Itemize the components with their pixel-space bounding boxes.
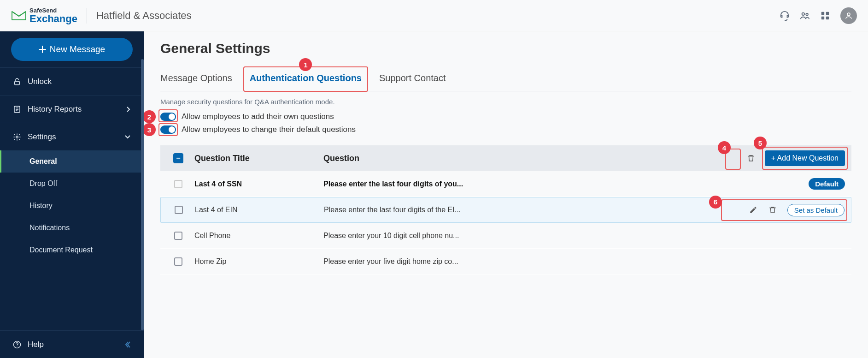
collapse-icon[interactable] bbox=[123, 341, 131, 348]
toggle-add-own-label: Allow employees to add their own questio… bbox=[182, 112, 334, 121]
help-icon bbox=[13, 340, 21, 349]
questions-table: − Question Title Question 4 5 + Add New … bbox=[160, 145, 851, 274]
svg-point-1 bbox=[806, 13, 808, 15]
headset-icon[interactable] bbox=[780, 11, 790, 21]
toggle-change-default-questions[interactable] bbox=[160, 125, 176, 134]
table-header: − Question Title Question 4 5 + Add New … bbox=[160, 145, 851, 171]
people-icon[interactable] bbox=[800, 11, 810, 21]
callout-badge-3: 3 bbox=[144, 123, 156, 136]
sidebar-sub-general[interactable]: General bbox=[0, 150, 144, 173]
sidebar-item-unlock[interactable]: Unlock bbox=[0, 67, 144, 95]
vertical-divider bbox=[87, 8, 87, 24]
row-checkbox[interactable] bbox=[175, 206, 183, 214]
sidebar-item-help[interactable]: Help bbox=[0, 330, 144, 358]
cell-question: Please enter the last four digits of the… bbox=[324, 206, 725, 214]
tab-description: Manage security questions for Q&A authen… bbox=[160, 98, 851, 106]
company-name: Hatfield & Associates bbox=[96, 10, 192, 22]
sidebar-unlock-label: Unlock bbox=[28, 77, 52, 86]
toggle-row-add-own: 2 Allow employees to add their own quest… bbox=[160, 112, 851, 121]
table-row: Last 4 of EIN Please enter the last four… bbox=[160, 197, 851, 223]
col-question: Question bbox=[323, 154, 725, 163]
checkbox-indeterminate[interactable]: − bbox=[173, 153, 183, 163]
sidebar-sub-history[interactable]: History bbox=[0, 195, 144, 217]
header-right bbox=[780, 7, 857, 24]
table-row: Cell Phone Please enter your 10 digit ce… bbox=[160, 223, 851, 249]
cell-question: Please enter your 10 digit cell phone nu… bbox=[323, 232, 725, 240]
cell-question: Please enter the last four digits of you… bbox=[323, 180, 725, 188]
sidebar-history-label: History Reports bbox=[28, 105, 82, 114]
delete-icon[interactable] bbox=[768, 205, 777, 215]
gear-icon bbox=[13, 133, 21, 141]
sidebar-help-label: Help bbox=[28, 340, 44, 349]
sidebar-item-history-reports[interactable]: History Reports bbox=[0, 95, 144, 123]
cell-title: Cell Phone bbox=[194, 232, 323, 240]
table-row: Home Zip Please enter your five digit ho… bbox=[160, 249, 851, 274]
callout-badge-4: 4 bbox=[718, 141, 731, 154]
tab-authentication-questions[interactable]: Authentication Questions bbox=[250, 68, 362, 91]
svg-rect-2 bbox=[821, 12, 824, 14]
plus-icon bbox=[39, 46, 46, 53]
apps-grid-icon[interactable] bbox=[820, 11, 830, 21]
sidebar-sub-document-request[interactable]: Document Request bbox=[0, 239, 144, 261]
cell-title: Last 4 of SSN bbox=[194, 180, 323, 188]
tabs: Message Options 1 Authentication Questio… bbox=[160, 68, 851, 91]
chevron-right-icon bbox=[126, 106, 131, 113]
svg-point-0 bbox=[802, 12, 805, 15]
brand-bottom: Exchange bbox=[29, 14, 77, 24]
app-header: SafeSend Exchange Hatfield & Associates bbox=[0, 0, 868, 31]
sidebar-item-settings[interactable]: Settings bbox=[0, 123, 144, 150]
svg-rect-5 bbox=[826, 16, 829, 19]
svg-rect-4 bbox=[821, 16, 824, 19]
chevron-down-icon bbox=[124, 135, 131, 139]
page-title: General Settings bbox=[160, 41, 851, 56]
sidebar-sub-dropoff[interactable]: Drop Off bbox=[0, 173, 144, 195]
svg-rect-3 bbox=[826, 12, 829, 14]
callout-badge-6: 6 bbox=[709, 196, 722, 209]
bulk-delete-icon[interactable] bbox=[746, 154, 756, 163]
main-content: General Settings Message Options 1 Authe… bbox=[144, 31, 868, 358]
sidebar-scrollbar[interactable] bbox=[141, 59, 144, 330]
sidebar-settings-label: Settings bbox=[28, 132, 56, 142]
cell-title: Home Zip bbox=[194, 257, 323, 266]
new-message-label: New Message bbox=[50, 44, 105, 54]
report-icon bbox=[13, 105, 21, 113]
row-checkbox[interactable] bbox=[174, 257, 182, 266]
edit-icon[interactable] bbox=[749, 205, 758, 215]
cell-question: Please enter your five digit home zip co… bbox=[323, 257, 725, 266]
svg-rect-7 bbox=[15, 81, 20, 85]
row-checkbox[interactable] bbox=[174, 232, 182, 240]
avatar[interactable] bbox=[840, 7, 857, 24]
unlock-icon bbox=[13, 78, 21, 86]
envelope-icon bbox=[11, 10, 27, 22]
default-badge: Default bbox=[809, 178, 845, 190]
tab-support-contact[interactable]: Support Contact bbox=[379, 68, 446, 91]
toggle-add-own-questions[interactable] bbox=[160, 113, 176, 121]
callout-badge-2: 2 bbox=[144, 110, 156, 123]
sidebar-sub-notifications[interactable]: Notifications bbox=[0, 217, 144, 239]
svg-point-9 bbox=[16, 136, 18, 138]
person-icon bbox=[845, 12, 853, 20]
col-question-title: Question Title bbox=[194, 154, 323, 163]
callout-badge-5: 5 bbox=[754, 137, 767, 149]
table-row: Last 4 of SSN Please enter the last four… bbox=[160, 171, 851, 197]
header-left: SafeSend Exchange Hatfield & Associates bbox=[11, 7, 192, 24]
sidebar: New Message Unlock History Reports Setti… bbox=[0, 31, 144, 358]
new-message-button[interactable]: New Message bbox=[11, 38, 133, 61]
add-new-question-button[interactable]: + Add New Question bbox=[765, 150, 845, 166]
toggle-row-change-default: 3 Allow employees to change their defaul… bbox=[160, 125, 851, 134]
svg-point-6 bbox=[847, 13, 850, 16]
set-as-default-button[interactable]: Set as Default bbox=[787, 204, 845, 216]
tab-message-options[interactable]: Message Options bbox=[160, 68, 232, 91]
cell-title: Last 4 of EIN bbox=[195, 206, 324, 214]
toggle-change-default-label: Allow employees to change their default … bbox=[182, 125, 356, 134]
row-checkbox[interactable] bbox=[174, 180, 182, 188]
callout-badge-1: 1 bbox=[299, 58, 312, 71]
brand-logo: SafeSend Exchange bbox=[11, 7, 77, 24]
